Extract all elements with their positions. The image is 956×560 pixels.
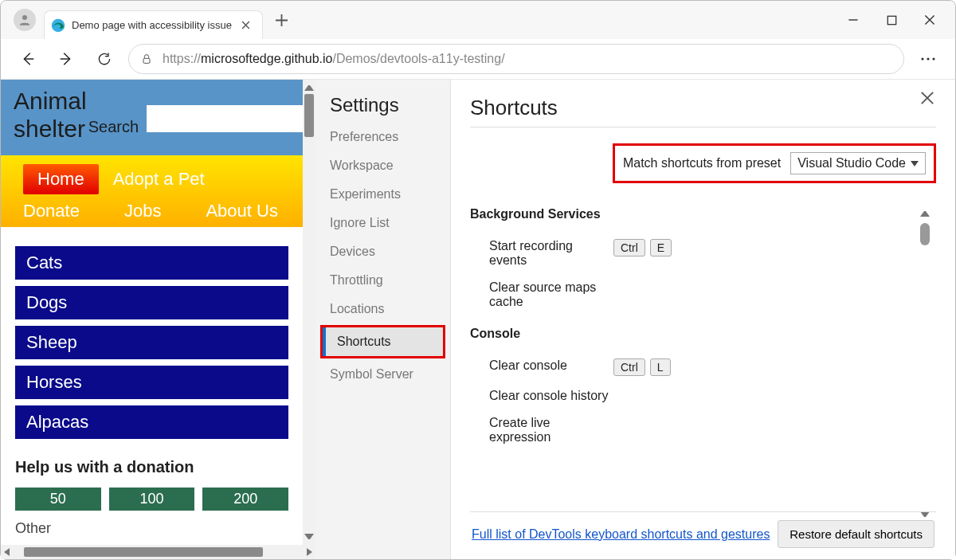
browser-window: Demo page with accessibility issue https…	[0, 0, 956, 560]
settings-nav-locations[interactable]: Locations	[315, 295, 450, 323]
site-title-line2: shelter	[14, 116, 87, 143]
scrollbar-thumb[interactable]	[920, 223, 930, 245]
key-e: E	[650, 239, 672, 257]
key-l: L	[650, 358, 671, 376]
refresh-button[interactable]	[90, 45, 119, 73]
settings-nav-ignore-list[interactable]: Ignore List	[315, 209, 450, 237]
preset-value: Visual Studio Code	[797, 156, 906, 170]
settings-nav-throttling[interactable]: Throttling	[315, 266, 450, 295]
edge-icon	[51, 18, 65, 33]
settings-close-button[interactable]	[920, 91, 938, 108]
donate-other-label: Other	[1, 514, 303, 543]
close-window-button[interactable]	[922, 12, 938, 28]
restore-defaults-button[interactable]: Restore default shortcuts	[778, 520, 934, 548]
shortcut-label: Create live expression	[470, 416, 613, 444]
browser-tab[interactable]: Demo page with accessibility issue	[44, 10, 263, 39]
category-alpacas[interactable]: Alpacas	[15, 405, 288, 439]
back-button[interactable]	[14, 45, 42, 73]
main-nav: Home Adopt a Pet Donate Jobs About Us	[1, 155, 303, 227]
nav-adopt[interactable]: Adopt a Pet	[99, 164, 219, 194]
preset-row: Match shortcuts from preset Visual Studi…	[470, 143, 936, 183]
window-controls	[845, 12, 955, 28]
page-body: Animal shelter Search Home Adopt a Pet D…	[1, 80, 303, 545]
donate-50[interactable]: 50	[15, 488, 101, 511]
settings-nav-symbol-server[interactable]: Symbol Server	[315, 360, 450, 389]
settings-nav-experiments[interactable]: Experiments	[315, 180, 450, 209]
donate-200[interactable]: 200	[202, 488, 288, 511]
page-viewport: Animal shelter Search Home Adopt a Pet D…	[1, 80, 315, 559]
svg-rect-3	[143, 58, 150, 63]
svg-rect-2	[887, 16, 895, 24]
tab-close-button[interactable]	[238, 18, 254, 33]
svg-point-6	[932, 57, 934, 60]
category-list: Cats Dogs Sheep Horses Alpacas	[1, 246, 303, 439]
preset-label: Match shortcuts from preset	[623, 156, 781, 170]
maximize-button[interactable]	[884, 12, 899, 28]
profile-avatar[interactable]	[14, 9, 36, 31]
svg-point-0	[22, 15, 27, 20]
category-dogs[interactable]: Dogs	[15, 286, 288, 319]
nav-jobs[interactable]: Jobs	[110, 196, 175, 226]
shortcut-row: Create live expression	[470, 409, 914, 451]
tab-title: Demo page with accessibility issue	[72, 19, 232, 31]
svg-point-5	[927, 57, 929, 60]
search-label: Search	[88, 118, 139, 136]
shortcuts-scrollbar[interactable]	[919, 207, 931, 521]
nav-home[interactable]: Home	[23, 164, 99, 194]
scrollbar-thumb-h[interactable]	[24, 547, 263, 557]
browser-toolbar: https://microsoftedge.github.io/Demos/de…	[1, 39, 955, 79]
nav-donate[interactable]: Donate	[23, 196, 94, 226]
settings-nav-shortcuts[interactable]: Shortcuts	[323, 327, 443, 356]
settings-nav-preferences[interactable]: Preferences	[315, 123, 450, 151]
settings-nav-devices[interactable]: Devices	[315, 237, 450, 266]
site-title-line1: Animal	[14, 88, 87, 116]
search-input[interactable]	[147, 105, 303, 132]
shortcut-label: Clear console	[470, 358, 613, 373]
shortcut-label: Clear source maps cache	[470, 280, 613, 309]
page-vertical-scrollbar[interactable]	[303, 80, 315, 545]
browser-menu-button[interactable]	[914, 45, 942, 73]
preset-select[interactable]: Visual Studio Code	[790, 152, 926, 174]
page-horizontal-scrollbar[interactable]	[1, 545, 315, 559]
key-ctrl: Ctrl	[613, 358, 645, 376]
shortcuts-area: Background Services Start recording even…	[470, 207, 936, 559]
section-bg-services: Background Services	[470, 207, 914, 221]
donation-heading: Help us with a donation	[15, 458, 288, 476]
settings-main: Shortcuts Match shortcuts from preset Vi…	[451, 80, 955, 559]
devtools-panel: Settings Preferences Workspace Experimen…	[315, 80, 955, 559]
key-ctrl: Ctrl	[613, 239, 645, 257]
forward-button[interactable]	[52, 45, 80, 73]
category-horses[interactable]: Horses	[15, 366, 288, 399]
scrollbar-thumb[interactable]	[304, 94, 314, 137]
close-icon	[241, 21, 250, 29]
shortcut-row: Start recording events Ctrl E	[470, 233, 914, 274]
donation-section: Help us with a donation 50 100 200	[1, 439, 303, 514]
donate-100[interactable]: 100	[109, 488, 195, 511]
category-cats[interactable]: Cats	[15, 246, 288, 280]
page-hero: Animal shelter Search	[1, 80, 303, 155]
full-shortcuts-link[interactable]: Full list of DevTools keyboard shortcuts…	[472, 527, 770, 542]
shortcut-row: Clear console history	[470, 382, 914, 409]
shortcuts-heading: Shortcuts	[470, 96, 936, 120]
section-console: Console	[470, 327, 914, 341]
nav-about[interactable]: About Us	[191, 196, 292, 226]
titlebar: Demo page with accessibility issue	[1, 1, 955, 39]
svg-point-4	[921, 57, 923, 60]
address-bar[interactable]: https://microsoftedge.github.io/Demos/de…	[128, 44, 904, 74]
shortcut-row: Clear source maps cache	[470, 274, 914, 315]
new-tab-button[interactable]	[269, 7, 295, 33]
chevron-down-icon	[911, 161, 919, 166]
shortcut-label: Clear console history	[470, 389, 613, 403]
url-text: https://microsoftedge.github.io/Demos/de…	[163, 52, 505, 66]
settings-title: Settings	[315, 94, 450, 123]
category-sheep[interactable]: Sheep	[15, 326, 288, 359]
settings-sidebar: Settings Preferences Workspace Experimen…	[315, 80, 451, 559]
content-area: Animal shelter Search Home Adopt a Pet D…	[1, 79, 955, 559]
lock-icon	[140, 53, 153, 65]
shortcut-row: Clear console Ctrl L	[470, 352, 914, 382]
shortcut-label: Start recording events	[470, 239, 613, 268]
preset-highlight: Match shortcuts from preset Visual Studi…	[613, 143, 936, 183]
plus-icon	[276, 14, 288, 26]
minimize-button[interactable]	[845, 12, 861, 28]
settings-nav-workspace[interactable]: Workspace	[315, 151, 450, 180]
